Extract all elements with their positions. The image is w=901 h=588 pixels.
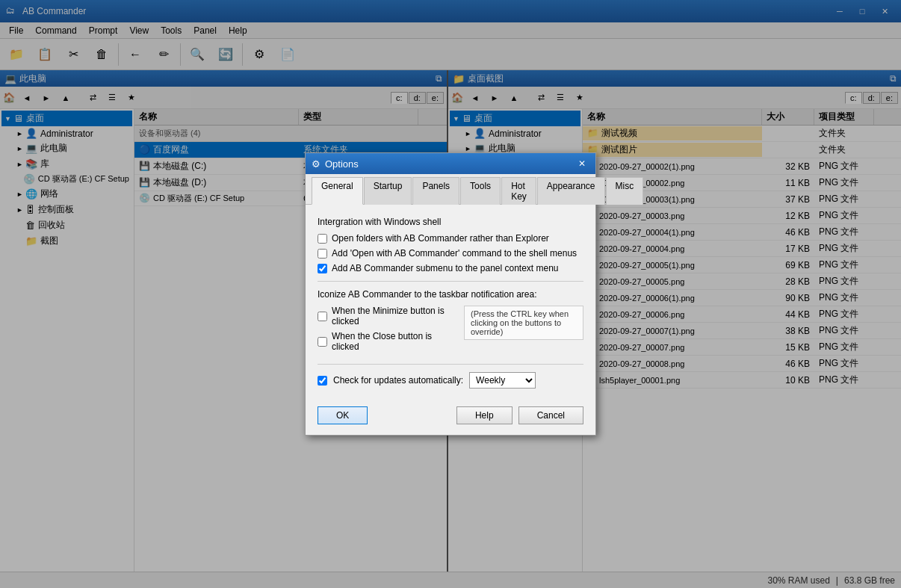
tab-hotkey[interactable]: Hot Key (501, 177, 536, 205)
iconize-header: Iconize AB Commander to the taskbar noti… (318, 289, 583, 300)
checkbox-row-minimize: When the Minimize button is clicked (318, 306, 455, 327)
updates-row: Check for updates automatically: Never D… (318, 372, 583, 389)
dialog-buttons: OK Help Cancel (306, 400, 595, 435)
checkbox-add-open-with[interactable] (318, 249, 327, 259)
checkbox-row-2: Add 'Open with AB Commander' command to … (318, 248, 583, 259)
checkbox-close[interactable] (318, 337, 327, 347)
checkbox-label-3: Add AB Commander submenu to the panel co… (332, 263, 559, 273)
dialog-close-button[interactable]: ✕ (575, 157, 589, 170)
dialog-tabs: General Startup Panels Tools Hot Key App… (306, 174, 595, 205)
checkbox-label-2: Add 'Open with AB Commander' command to … (332, 248, 577, 259)
dialog-icon: ⚙ (312, 158, 321, 170)
iconize-row: When the Minimize button is clicked When… (318, 306, 583, 356)
checkbox-row-close: When the Close button is clicked (318, 331, 455, 352)
dialog-overlay: ⚙ Options ✕ General Startup Panels Tools… (0, 0, 901, 588)
divider-2 (318, 364, 583, 365)
checkbox-label-minimize: When the Minimize button is clicked (332, 306, 455, 327)
dialog-title-bar: ⚙ Options ✕ (306, 153, 595, 174)
tab-startup[interactable]: Startup (364, 177, 412, 205)
updates-label: Check for updates automatically: (333, 375, 463, 386)
dialog-content: Intergration with Windows shell Open fol… (306, 205, 595, 400)
divider-1 (318, 281, 583, 282)
checkbox-add-submenu[interactable] (318, 264, 327, 273)
checkbox-updates[interactable] (318, 376, 327, 386)
ok-button[interactable]: OK (318, 406, 368, 424)
checkbox-label-1: Open folders with AB Commander rather th… (332, 233, 549, 244)
tab-appearance[interactable]: Appearance (537, 177, 605, 205)
tab-panels[interactable]: Panels (412, 177, 459, 205)
checkbox-row-3: Add AB Commander submenu to the panel co… (318, 263, 583, 273)
iconize-section: Iconize AB Commander to the taskbar noti… (318, 289, 583, 356)
help-button[interactable]: Help (456, 406, 513, 424)
tab-misc[interactable]: Misc (606, 177, 644, 205)
tab-tools[interactable]: Tools (460, 177, 501, 205)
checkbox-label-close: When the Close button is clicked (332, 331, 455, 352)
options-dialog: ⚙ Options ✕ General Startup Panels Tools… (305, 152, 596, 436)
checkbox-open-folders[interactable] (318, 234, 327, 244)
dialog-title: Options (325, 158, 575, 170)
checkbox-row-1: Open folders with AB Commander rather th… (318, 233, 583, 244)
updates-frequency-select[interactable]: Never Daily Weekly Monthly (469, 372, 536, 389)
cancel-button[interactable]: Cancel (518, 406, 583, 424)
checkbox-minimize[interactable] (318, 312, 327, 321)
iconize-note: (Press the CTRL key when clicking on the… (464, 306, 583, 340)
tab-general[interactable]: General (312, 177, 363, 205)
section-windows-shell: Intergration with Windows shell (318, 217, 583, 227)
iconize-checkboxes: When the Minimize button is clicked When… (318, 306, 455, 356)
